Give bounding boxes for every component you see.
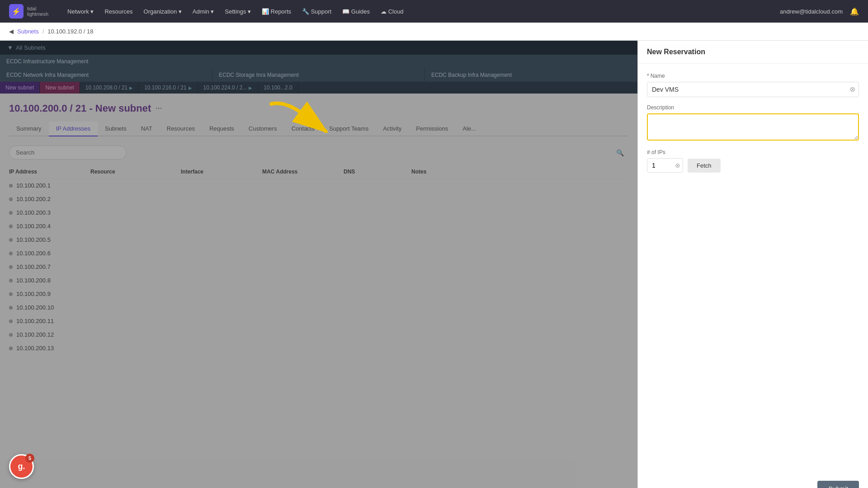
logo-icon: ⚡ <box>9 4 24 19</box>
ip-cell: 10.100.200.11 <box>9 318 90 324</box>
g2-badge-count: 5 <box>25 454 34 463</box>
search-input[interactable] <box>9 145 127 160</box>
table-row: 10.100.200.1 <box>9 179 628 192</box>
tab-contacts[interactable]: Contacts <box>284 122 322 136</box>
nav-user[interactable]: andrew@tidalcloud.com <box>780 8 843 15</box>
search-bar: 🔍 <box>9 145 628 160</box>
g2-badge[interactable]: g. 5 <box>9 454 34 479</box>
g2-letter: g. <box>18 462 25 471</box>
left-panel: ▼ All Subnets ECDC Infrastructure Manage… <box>0 41 637 488</box>
tab-customers[interactable]: Customers <box>241 122 284 136</box>
right-panel: New Reservation * Name ⊗ Description # o… <box>637 41 868 488</box>
tab-requests[interactable]: Requests <box>202 122 241 136</box>
breadcrumb-parent[interactable]: Subnets <box>17 28 39 35</box>
tree-all-subnets[interactable]: ▼ All Subnets <box>0 41 637 55</box>
description-input[interactable] <box>647 113 859 141</box>
tree-new-subnet-1[interactable]: New subnet <box>0 82 40 94</box>
breadcrumb-separator: / <box>42 28 44 35</box>
ip-address: 10.100.200.4 <box>16 223 51 230</box>
table-header: IP Address Resource Interface MAC Addres… <box>9 169 628 179</box>
subnet-options-icon[interactable]: ··· <box>156 104 161 113</box>
col-interface: Interface <box>181 169 262 175</box>
tree-sub-224[interactable]: 10.100.224.0 / 2... ▶ <box>198 82 259 94</box>
tab-alerts[interactable]: Ale... <box>455 122 483 136</box>
col-resource: Resource <box>90 169 181 175</box>
table-row: 10.100.200.8 <box>9 274 628 287</box>
ip-count-clear-icon[interactable]: ⊗ <box>675 162 680 169</box>
fetch-button[interactable]: Fetch <box>688 159 721 173</box>
nav-organization[interactable]: Organization ▾ <box>139 5 186 18</box>
desc-label: Description <box>647 104 859 111</box>
search-button[interactable]: 🔍 <box>616 149 624 156</box>
name-label-text: Name <box>651 73 665 79</box>
status-dot <box>9 292 13 296</box>
table-row: 10.100.200.5 <box>9 233 628 247</box>
nav-cloud[interactable]: ☁ Cloud <box>376 5 408 18</box>
name-label: * Name <box>647 73 859 79</box>
tab-subnets[interactable]: Subnets <box>98 122 134 136</box>
status-dot <box>9 279 13 282</box>
status-dot <box>9 225 13 228</box>
nav-links: Network ▾ Resources Organization ▾ Admin… <box>63 5 769 18</box>
ip-cell: 10.100.200.2 <box>9 196 90 202</box>
tree-sub-216[interactable]: 10.100.216.0 / 21 ▶ <box>139 82 198 94</box>
nav-network[interactable]: Network ▾ <box>63 5 98 18</box>
submit-button[interactable]: Submit <box>817 481 859 488</box>
tree-row-2: ECDC Network Infra Management ECDC Stora… <box>0 68 637 82</box>
nav-support[interactable]: 🔧 Support <box>297 5 336 18</box>
tree-sub-208[interactable]: 10.100.208.0 / 21 ▶ <box>80 82 139 94</box>
ip-cell: 10.100.200.10 <box>9 304 90 311</box>
navbar: ⚡ tidal lightmesh Network ▾ Resources Or… <box>0 0 868 23</box>
table-row: 10.100.200.4 <box>9 220 628 233</box>
tree-storage-infra[interactable]: ECDC Storage Inra Management <box>212 68 425 82</box>
nav-guides[interactable]: 📖 Guides <box>338 5 374 18</box>
status-dot <box>9 252 13 255</box>
subnet-title: 10.100.200.0 / 21 - New subnet ··· <box>9 103 628 114</box>
tabs: Summary IP Addresses Subnets NAT Resourc… <box>9 122 628 136</box>
col-dns: DNS <box>344 169 411 175</box>
ip-count-wrapper: ⊗ <box>647 158 683 173</box>
tree-all-label: All Subnets <box>16 44 46 51</box>
logo-text: tidal lightmesh <box>27 6 48 17</box>
table-row: 10.100.200.11 <box>9 314 628 328</box>
ip-table: IP Address Resource Interface MAC Addres… <box>9 169 628 355</box>
tree-sub-row: New subnet New subnet 10.100.208.0 / 21 … <box>0 82 637 94</box>
table-row: 10.100.200.6 <box>9 247 628 260</box>
nav-admin[interactable]: Admin ▾ <box>188 5 218 18</box>
panel-body: * Name ⊗ Description # of IPs ⊗ F <box>638 64 868 488</box>
ip-count-label: # of IPs <box>647 149 859 155</box>
table-row: 10.100.200.7 <box>9 260 628 274</box>
tree-new-subnet-2[interactable]: New subnet <box>40 82 80 94</box>
tab-activity[interactable]: Activity <box>376 122 409 136</box>
tab-ip-addresses[interactable]: IP Addresses <box>49 122 98 136</box>
tree-backup-infra[interactable]: ECDC Backup Infra Management <box>425 68 637 82</box>
page-content: 10.100.200.0 / 21 - New subnet ··· Summa… <box>0 94 637 364</box>
tab-support-teams[interactable]: Support Teams <box>322 122 376 136</box>
bell-icon[interactable]: 🔔 <box>850 7 859 16</box>
arrow-icon: ▶ <box>129 85 133 90</box>
ip-address: 10.100.200.3 <box>16 209 51 216</box>
ip-address: 10.100.200.11 <box>16 318 54 324</box>
tree-row-1: ECDC Infrastructure Management <box>0 55 637 68</box>
nav-settings[interactable]: Settings ▾ <box>220 5 255 18</box>
tab-permissions[interactable]: Permissions <box>409 122 455 136</box>
ip-address: 10.100.200.1 <box>16 182 51 189</box>
ip-address: 10.100.200.12 <box>16 331 54 338</box>
tab-nat[interactable]: NAT <box>134 122 160 136</box>
table-row: 10.100.200.10 <box>9 301 628 314</box>
breadcrumb-current: 10.100.192.0 / 18 <box>47 28 93 35</box>
panel-title: New Reservation <box>638 41 868 64</box>
ip-address: 10.100.200.9 <box>16 291 51 297</box>
tab-summary[interactable]: Summary <box>9 122 49 136</box>
tree-network-infra[interactable]: ECDC Network Infra Management <box>0 68 212 82</box>
tree-ecdc-infra[interactable]: ECDC Infrastructure Management <box>0 55 637 68</box>
nav-reports[interactable]: 📊 Reports <box>257 5 296 18</box>
nav-resources[interactable]: Resources <box>100 5 137 18</box>
name-clear-icon[interactable]: ⊗ <box>849 86 855 93</box>
tab-resources[interactable]: Resources <box>160 122 202 136</box>
ip-cell: 10.100.200.13 <box>9 345 90 352</box>
name-input[interactable] <box>647 82 859 97</box>
status-dot <box>9 319 13 323</box>
tree-sub-last[interactable]: 10.100...2.0 <box>258 82 298 94</box>
table-rows: 10.100.200.1 10.100.200.2 10.100.200.3 <box>9 179 628 355</box>
